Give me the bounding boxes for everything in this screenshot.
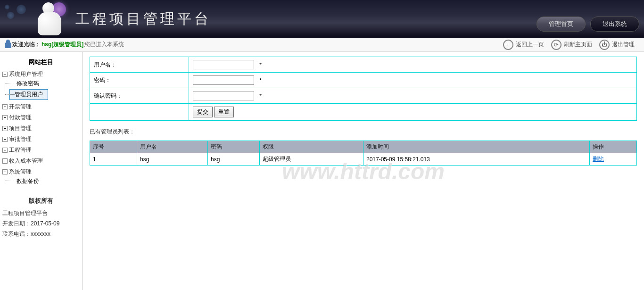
collapse-icon[interactable]: − (2, 169, 8, 174)
power-icon[interactable]: ⏻ (599, 40, 610, 50)
tree-sub-item[interactable]: 修改密码 (9, 78, 80, 89)
tree-item: +审批管理 (2, 134, 80, 145)
tree-item: +收入成本管理 (2, 156, 80, 166)
back-link[interactable]: 返回上一页 (516, 41, 544, 49)
expand-icon[interactable]: + (2, 137, 8, 142)
exit-button[interactable]: 退出系统 (590, 17, 639, 32)
tree-sub-item[interactable]: 管理员用户 (9, 89, 48, 100)
expand-icon[interactable]: + (2, 126, 8, 131)
app-title: 工程项目管理平台 (75, 9, 211, 29)
welcome-label: 欢迎光临： (12, 41, 41, 49)
table-cell: hsg (137, 153, 208, 166)
table-header: 序号 (90, 141, 137, 153)
dev-date: 开发日期：2017-05-09 (2, 219, 80, 229)
tree-label[interactable]: 付款管理 (9, 114, 32, 121)
sidebar-heading: 网站栏目 (2, 56, 80, 69)
table-cell: 1 (90, 153, 137, 166)
mascot-icon (33, 2, 66, 38)
submit-button[interactable]: 提交 (193, 107, 213, 117)
tree-item: +开票管理 (2, 101, 80, 112)
tree-label[interactable]: 项目管理 (9, 125, 32, 132)
table-header: 用户名 (137, 141, 208, 153)
table-header: 权限 (260, 141, 363, 153)
content-area: www.httrd.com 用户名： * 密码： * 确认密码： (83, 52, 644, 290)
tree-item: −系统用户管理修改密码管理员用户 (2, 69, 80, 101)
admin-form: 用户名： * 密码： * 确认密码： * (90, 57, 637, 121)
password-label: 密码： (90, 73, 189, 88)
confirm-label: 确认密码： (90, 88, 189, 104)
table-cell: 2017-05-09 15:58:21.013 (363, 153, 590, 166)
delete-link[interactable]: 删除 (593, 156, 604, 162)
table-cell: hsg (208, 153, 260, 166)
list-title: 已有管理员列表： (90, 128, 637, 136)
required-mark: * (259, 93, 262, 99)
app-header: 工程项目管理平台 管理首页 退出系统 (0, 0, 644, 38)
back-icon[interactable]: ← (503, 40, 513, 50)
tree-sub-item[interactable]: 数据备份 (9, 176, 80, 187)
collapse-icon[interactable]: − (2, 72, 8, 77)
tree-label[interactable]: 审批管理 (9, 136, 32, 142)
tree-item: +付款管理 (2, 112, 80, 123)
expand-icon[interactable]: + (2, 104, 8, 109)
expand-icon[interactable]: + (2, 158, 8, 164)
refresh-link[interactable]: 刷新主页面 (564, 41, 592, 49)
tree-label[interactable]: 工程管理 (9, 147, 32, 153)
contact: 联系电话：xxxxxxx (2, 229, 80, 240)
entered-text: 您已进入本系统 (84, 41, 124, 49)
table-header: 添加时间 (363, 141, 590, 153)
expand-icon[interactable]: + (2, 115, 8, 120)
username-input[interactable] (193, 60, 254, 69)
required-mark: * (259, 77, 262, 84)
admin-table: 序号用户名密码权限添加时间操作 1hsghsg超级管理员2017-05-09 1… (90, 141, 637, 166)
tree-item: −系统管理数据备份 (2, 166, 80, 188)
user-icon (5, 41, 11, 48)
tree-label[interactable]: 系统用户管理 (9, 71, 43, 77)
info-bar: 欢迎光临： hsg[超级管理员] 您已进入本系统 ← 返回上一页 ⟳ 刷新主页面… (0, 38, 644, 52)
table-header: 操作 (590, 141, 637, 153)
copyright-heading: 版权所有 (2, 193, 80, 208)
tree-label[interactable]: 收入成本管理 (9, 157, 43, 164)
refresh-icon[interactable]: ⟳ (551, 40, 561, 50)
home-button[interactable]: 管理首页 (537, 17, 586, 32)
tree-item: +工程管理 (2, 145, 80, 156)
table-cell: 删除 (590, 153, 637, 166)
header-buttons: 管理首页 退出系统 (537, 17, 639, 32)
tree-item: +项目管理 (2, 123, 80, 134)
table-cell: 超级管理员 (260, 153, 363, 166)
table-row: 1hsghsg超级管理员2017-05-09 15:58:21.013删除 (90, 153, 637, 166)
logout-link[interactable]: 退出管理 (612, 41, 635, 49)
username-label: 用户名： (90, 57, 189, 73)
expand-icon[interactable]: + (2, 148, 8, 153)
sidebar: 网站栏目 −系统用户管理修改密码管理员用户+开票管理+付款管理+项目管理+审批管… (0, 52, 83, 290)
table-header: 密码 (208, 141, 260, 153)
tree-label[interactable]: 开票管理 (9, 103, 32, 110)
password-input[interactable] (193, 75, 254, 85)
header-decoration (2, 2, 31, 21)
copyright-name: 工程项目管理平台 (2, 208, 80, 219)
user-role: hsg[超级管理员] (41, 41, 83, 49)
tree-label[interactable]: 系统管理 (9, 168, 32, 175)
confirm-input[interactable] (193, 91, 254, 100)
reset-button[interactable]: 重置 (214, 107, 234, 117)
required-mark: * (259, 62, 262, 68)
